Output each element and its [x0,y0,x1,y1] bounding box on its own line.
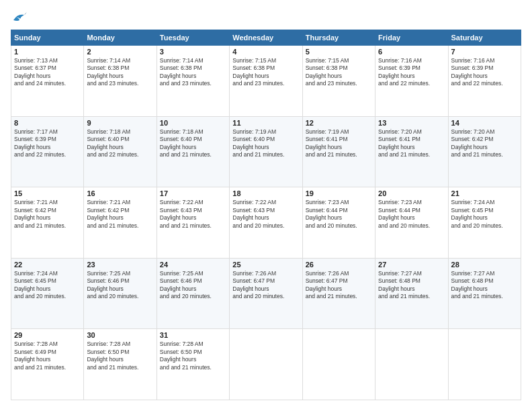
day-info: Sunrise: 7:19 AMSunset: 6:40 PMDaylight … [232,128,299,159]
header-sunday: Sunday [11,30,84,46]
calendar-cell: 16 Sunrise: 7:21 AMSunset: 6:42 PMDaylig… [84,187,157,259]
calendar-cell: 14 Sunrise: 7:20 AMSunset: 6:42 PMDaylig… [448,116,521,187]
week-row-3: 22 Sunrise: 7:24 AMSunset: 6:45 PMDaylig… [11,258,521,329]
day-number: 20 [378,189,445,197]
day-info: Sunrise: 7:18 AMSunset: 6:40 PMDaylight … [160,128,226,159]
calendar-header-row: SundayMondayTuesdayWednesdayThursdayFrid… [11,30,521,46]
day-number: 31 [160,331,226,339]
day-number: 16 [87,189,153,197]
day-number: 15 [14,189,81,197]
day-number: 5 [306,48,372,56]
day-info: Sunrise: 7:19 AMSunset: 6:41 PMDaylight … [306,128,372,159]
day-number: 18 [232,189,299,197]
day-info: Sunrise: 7:18 AMSunset: 6:40 PMDaylight … [87,128,153,159]
day-number: 17 [160,189,226,197]
calendar-cell: 24 Sunrise: 7:25 AMSunset: 6:46 PMDaylig… [157,258,229,329]
calendar-cell: 27 Sunrise: 7:27 AMSunset: 6:48 PMDaylig… [375,258,448,329]
calendar-cell: 4 Sunrise: 7:15 AMSunset: 6:38 PMDayligh… [230,46,302,117]
day-number: 28 [451,261,518,269]
calendar-cell: 30 Sunrise: 7:28 AMSunset: 6:50 PMDaylig… [84,329,157,400]
day-number: 1 [14,48,81,56]
day-info: Sunrise: 7:28 AMSunset: 6:49 PMDaylight … [14,340,81,371]
calendar-cell: 23 Sunrise: 7:25 AMSunset: 6:46 PMDaylig… [84,258,157,329]
day-info: Sunrise: 7:26 AMSunset: 6:47 PMDaylight … [306,270,372,301]
calendar-cell: 17 Sunrise: 7:22 AMSunset: 6:43 PMDaylig… [157,187,229,259]
calendar-cell: 15 Sunrise: 7:21 AMSunset: 6:42 PMDaylig… [11,187,84,259]
day-info: Sunrise: 7:23 AMSunset: 6:44 PMDaylight … [306,199,372,230]
day-info: Sunrise: 7:28 AMSunset: 6:50 PMDaylight … [160,340,226,371]
day-number: 27 [378,261,445,269]
calendar-cell: 18 Sunrise: 7:22 AMSunset: 6:43 PMDaylig… [230,187,302,259]
day-number: 12 [306,119,372,127]
day-info: Sunrise: 7:22 AMSunset: 6:43 PMDaylight … [160,199,226,230]
day-info: Sunrise: 7:25 AMSunset: 6:46 PMDaylight … [160,270,226,301]
calendar-cell: 3 Sunrise: 7:14 AMSunset: 6:38 PMDayligh… [157,46,229,117]
header-thursday: Thursday [302,30,375,46]
day-info: Sunrise: 7:21 AMSunset: 6:42 PMDaylight … [14,199,81,230]
calendar-cell: 11 Sunrise: 7:19 AMSunset: 6:40 PMDaylig… [230,116,302,187]
day-number: 24 [160,261,226,269]
day-number: 25 [232,261,299,269]
day-info: Sunrise: 7:16 AMSunset: 6:39 PMDaylight … [378,57,445,88]
day-info: Sunrise: 7:17 AMSunset: 6:39 PMDaylight … [14,128,81,159]
day-info: Sunrise: 7:22 AMSunset: 6:43 PMDaylight … [232,199,299,230]
header [11,11,521,23]
calendar-cell [375,329,448,400]
day-info: Sunrise: 7:20 AMSunset: 6:41 PMDaylight … [378,128,445,159]
header-wednesday: Wednesday [230,30,302,46]
day-info: Sunrise: 7:14 AMSunset: 6:38 PMDaylight … [160,57,226,88]
calendar-cell [302,329,375,400]
calendar-cell: 2 Sunrise: 7:14 AMSunset: 6:38 PMDayligh… [84,46,157,117]
week-row-0: 1 Sunrise: 7:13 AMSunset: 6:37 PMDayligh… [11,46,521,117]
day-info: Sunrise: 7:14 AMSunset: 6:38 PMDaylight … [87,57,153,88]
calendar-cell: 26 Sunrise: 7:26 AMSunset: 6:47 PMDaylig… [302,258,375,329]
calendar-cell: 25 Sunrise: 7:26 AMSunset: 6:47 PMDaylig… [230,258,302,329]
header-tuesday: Tuesday [157,30,229,46]
day-number: 21 [451,189,518,197]
day-number: 10 [160,119,226,127]
header-monday: Monday [84,30,157,46]
day-info: Sunrise: 7:13 AMSunset: 6:37 PMDaylight … [14,57,81,88]
day-number: 9 [87,119,153,127]
calendar-cell: 31 Sunrise: 7:28 AMSunset: 6:50 PMDaylig… [157,329,229,400]
calendar-cell: 12 Sunrise: 7:19 AMSunset: 6:41 PMDaylig… [302,116,375,187]
day-number: 22 [14,261,81,269]
calendar-cell: 5 Sunrise: 7:15 AMSunset: 6:38 PMDayligh… [302,46,375,117]
calendar-cell: 29 Sunrise: 7:28 AMSunset: 6:49 PMDaylig… [11,329,84,400]
day-number: 26 [306,261,372,269]
day-number: 13 [378,119,445,127]
calendar-cell: 8 Sunrise: 7:17 AMSunset: 6:39 PMDayligh… [11,116,84,187]
calendar-cell: 20 Sunrise: 7:23 AMSunset: 6:44 PMDaylig… [375,187,448,259]
calendar-cell: 7 Sunrise: 7:16 AMSunset: 6:39 PMDayligh… [448,46,521,117]
day-number: 4 [232,48,299,56]
day-number: 30 [87,331,153,339]
day-number: 14 [451,119,518,127]
calendar-cell: 22 Sunrise: 7:24 AMSunset: 6:45 PMDaylig… [11,258,84,329]
day-info: Sunrise: 7:24 AMSunset: 6:45 PMDaylight … [451,199,518,230]
page: SundayMondayTuesdayWednesdayThursdayFrid… [0,0,532,411]
calendar-cell [448,329,521,400]
day-info: Sunrise: 7:15 AMSunset: 6:38 PMDaylight … [232,57,299,88]
day-info: Sunrise: 7:25 AMSunset: 6:46 PMDaylight … [87,270,153,301]
logo [11,11,27,23]
calendar-cell: 9 Sunrise: 7:18 AMSunset: 6:40 PMDayligh… [84,116,157,187]
day-number: 6 [378,48,445,56]
day-number: 2 [87,48,153,56]
header-saturday: Saturday [448,30,521,46]
logo-bird-icon [12,11,27,23]
calendar-table: SundayMondayTuesdayWednesdayThursdayFrid… [11,30,521,400]
week-row-1: 8 Sunrise: 7:17 AMSunset: 6:39 PMDayligh… [11,116,521,187]
day-info: Sunrise: 7:27 AMSunset: 6:48 PMDaylight … [451,270,518,301]
calendar-cell: 6 Sunrise: 7:16 AMSunset: 6:39 PMDayligh… [375,46,448,117]
day-number: 3 [160,48,226,56]
day-number: 29 [14,331,81,339]
day-number: 7 [451,48,518,56]
day-info: Sunrise: 7:21 AMSunset: 6:42 PMDaylight … [87,199,153,230]
calendar-cell: 13 Sunrise: 7:20 AMSunset: 6:41 PMDaylig… [375,116,448,187]
calendar-cell: 19 Sunrise: 7:23 AMSunset: 6:44 PMDaylig… [302,187,375,259]
calendar-cell: 21 Sunrise: 7:24 AMSunset: 6:45 PMDaylig… [448,187,521,259]
day-info: Sunrise: 7:16 AMSunset: 6:39 PMDaylight … [451,57,518,88]
calendar-cell: 10 Sunrise: 7:18 AMSunset: 6:40 PMDaylig… [157,116,229,187]
calendar-cell: 1 Sunrise: 7:13 AMSunset: 6:37 PMDayligh… [11,46,84,117]
calendar-cell: 28 Sunrise: 7:27 AMSunset: 6:48 PMDaylig… [448,258,521,329]
